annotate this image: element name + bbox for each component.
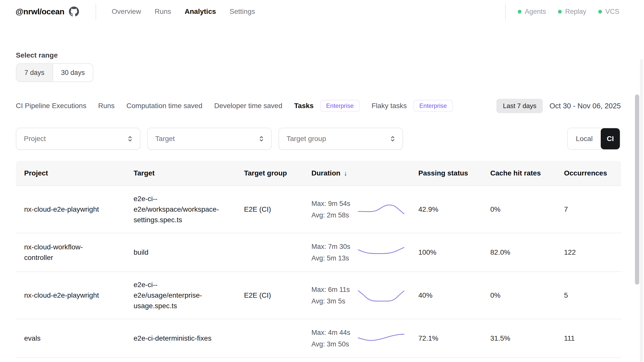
scrollbar-track <box>640 59 643 362</box>
cell-passing-status: 100% <box>418 248 490 256</box>
analytics-page: @nrwl/ocean OverviewRunsAnalyticsSetting… <box>0 0 644 362</box>
analytics-tab-ci-pipeline-executions[interactable]: CI Pipeline Executions <box>16 102 86 110</box>
cell-target: build <box>134 247 244 258</box>
mode-option-ci[interactable]: CI <box>601 128 620 149</box>
analytics-tab-tasks[interactable]: Tasks Enterprise <box>294 100 360 112</box>
filter-select-project[interactable]: Project <box>16 128 140 150</box>
analytics-tab-computation-time-saved[interactable]: Computation time saved <box>127 102 203 110</box>
cell-cache-hit-rate: 0% <box>490 291 564 299</box>
app-header: @nrwl/ocean OverviewRunsAnalyticsSetting… <box>0 0 644 23</box>
duration-sparkline-chart <box>358 202 405 217</box>
duration-max: Max: 7m 30s <box>311 241 356 252</box>
analytics-tab-developer-time-saved[interactable]: Developer time saved <box>214 102 282 110</box>
workspace-brand: @nrwl/ocean <box>16 7 79 17</box>
status-divider <box>505 4 506 20</box>
column-header-duration[interactable]: Duration↓ <box>311 169 418 177</box>
nav-item-settings[interactable]: Settings <box>230 8 255 16</box>
filter-select-target[interactable]: Target <box>147 128 272 150</box>
duration-max: Max: 9m 54s <box>311 198 356 209</box>
chevron-up-down-icon <box>126 135 134 143</box>
analytics-tab-label: Runs <box>98 102 114 110</box>
cell-cache-hit-rate: 0% <box>490 205 564 213</box>
table-row[interactable]: evals e2e-ci-deterministic-fixes Max: 4m… <box>16 319 621 358</box>
duration-sparkline-chart <box>358 245 405 260</box>
select-range-label: Select range <box>16 51 58 59</box>
cell-target-group: E2E (CI) <box>244 290 311 301</box>
cell-project: evals <box>16 333 134 344</box>
cell-occurrences: 111 <box>564 334 621 342</box>
analytics-tab-runs[interactable]: Runs <box>98 102 114 110</box>
range-option[interactable]: 30 days <box>53 64 93 81</box>
status-label: Agents <box>525 8 546 16</box>
column-header-occurrences[interactable]: Occurrences <box>564 169 621 177</box>
status-indicator-vcs: VCS <box>598 8 619 16</box>
cell-duration: Max: 7m 30s Avg: 5m 13s <box>311 241 418 264</box>
analytics-tab-label: CI Pipeline Executions <box>16 102 86 110</box>
duration-avg: Avg: 5m 13s <box>311 252 356 264</box>
filter-selects: Project Target Target group <box>16 128 410 150</box>
tasks-table: Project Target Target group Duration↓ Pa… <box>16 161 621 358</box>
cell-cache-hit-rate: 82.0% <box>490 248 564 256</box>
cell-project: nx-cloud-workflow-controller <box>16 242 134 263</box>
status-indicator-replay: Replay <box>558 8 586 16</box>
status-dot-icon <box>518 10 521 14</box>
cell-target-group: E2E (CI) <box>244 204 311 215</box>
filter-select-target-group[interactable]: Target group <box>278 128 403 150</box>
nav-item-analytics[interactable]: Analytics <box>185 8 216 16</box>
column-header-project[interactable]: Project <box>16 169 134 177</box>
enterprise-badge: Enterprise <box>413 100 453 112</box>
cell-project: nx-cloud-e2e-playwright <box>16 204 134 215</box>
duration-avg: Avg: 3m 5s <box>311 295 356 307</box>
header-divider <box>96 4 96 20</box>
cell-passing-status: 40% <box>418 291 490 299</box>
sort-descending-icon[interactable]: ↓ <box>344 169 347 177</box>
range-option[interactable]: 7 days <box>16 64 53 81</box>
status-indicators: Agents Replay VCS <box>518 8 619 16</box>
period-area: Last 7 days Oct 30 - Nov 06, 2025 <box>496 99 621 113</box>
nav-item-runs[interactable]: Runs <box>155 8 171 16</box>
analytics-tabs-row: CI Pipeline Executions Runs Computation … <box>16 98 621 114</box>
column-header-cache-hit-rates[interactable]: Cache hit rates <box>490 169 564 177</box>
status-dot-icon <box>558 10 562 14</box>
cell-target: e2e-ci--e2e/workspace/workspace-settings… <box>134 194 244 225</box>
analytics-tab-label: Developer time saved <box>214 102 282 110</box>
cell-target: e2e-ci-deterministic-fixes <box>134 333 244 344</box>
select-placeholder: Target group <box>287 135 326 143</box>
cell-duration: Max: 9m 54s Avg: 2m 58s <box>311 198 418 221</box>
duration-max: Max: 4m 44s <box>311 327 356 338</box>
cell-duration: Max: 6m 11s Avg: 3m 5s <box>311 284 418 307</box>
column-header-duration-label: Duration <box>311 169 340 177</box>
column-header-target[interactable]: Target <box>134 169 244 177</box>
header-status-area: Agents Replay VCS <box>505 4 619 20</box>
chevron-up-down-icon <box>258 135 265 143</box>
cell-passing-status: 42.9% <box>418 205 490 213</box>
github-icon[interactable] <box>69 7 79 17</box>
table-row[interactable]: nx-cloud-e2e-playwright e2e-ci--e2e/usag… <box>16 272 621 319</box>
enterprise-badge: Enterprise <box>320 100 360 112</box>
cell-cache-hit-rate: 31.5% <box>490 334 564 342</box>
cell-duration: Max: 4m 44s Avg: 3m 50s <box>311 327 418 350</box>
table-row[interactable]: nx-cloud-e2e-playwright e2e-ci--e2e/work… <box>16 186 621 233</box>
analytics-tab-flaky-tasks[interactable]: Flaky tasks Enterprise <box>372 100 453 112</box>
column-header-target-group[interactable]: Target group <box>244 169 311 177</box>
duration-avg: Avg: 3m 50s <box>311 338 356 350</box>
range-toggle: 7 days30 days <box>16 63 93 82</box>
analytics-tab-label: Tasks <box>294 102 313 110</box>
analytics-tabs: CI Pipeline Executions Runs Computation … <box>16 100 465 112</box>
cell-occurrences: 5 <box>564 291 621 299</box>
mode-option-local[interactable]: Local <box>568 128 601 149</box>
period-badge[interactable]: Last 7 days <box>496 99 543 113</box>
chevron-up-down-icon <box>389 135 396 143</box>
analytics-tab-label: Flaky tasks <box>372 102 407 110</box>
cell-occurrences: 7 <box>564 205 621 213</box>
nav-item-overview[interactable]: Overview <box>112 8 141 16</box>
duration-avg: Avg: 2m 58s <box>311 209 356 221</box>
table-body: nx-cloud-e2e-playwright e2e-ci--e2e/work… <box>16 186 621 358</box>
cell-passing-status: 72.1% <box>418 334 490 342</box>
scrollbar-thumb[interactable] <box>635 95 639 285</box>
select-placeholder: Project <box>24 135 46 143</box>
column-header-passing-status[interactable]: Passing status <box>418 169 490 177</box>
duration-sparkline-chart <box>358 288 405 303</box>
table-row[interactable]: nx-cloud-workflow-controller build Max: … <box>16 233 621 272</box>
status-indicator-agents: Agents <box>518 8 546 16</box>
